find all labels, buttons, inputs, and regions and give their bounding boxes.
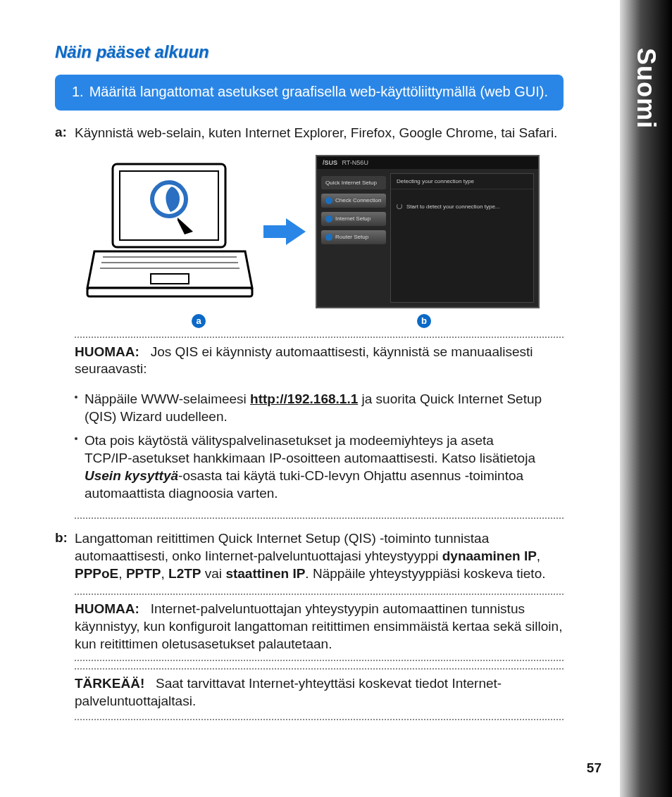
- badge-b: b: [417, 314, 431, 328]
- step-number: 1.: [72, 83, 84, 101]
- router-main-panel: Detecting your connection type Start to …: [390, 173, 534, 303]
- router-model: RT-N56U: [342, 159, 368, 166]
- router-side-qis: Quick Internet Setup: [321, 176, 386, 189]
- router-brand: /SUS: [323, 159, 337, 166]
- bullet-1: Näppäile WWW-selaimeesi http://192.168.1…: [75, 391, 564, 425]
- router-sidebar: Quick Internet Setup Check Connection In…: [321, 176, 386, 244]
- router-main-header: Detecting your connection type: [391, 174, 533, 189]
- router-side-router: Router Setup: [321, 230, 386, 244]
- page-content: Näin pääset alkuun 1. Määritä langattoma…: [0, 0, 620, 748]
- router-brand-bar: /SUS RT-N56U: [317, 156, 538, 169]
- language-label: Suomi: [631, 48, 661, 129]
- svg-rect-3: [87, 288, 252, 296]
- router-side-check: Check Connection: [321, 194, 386, 208]
- bullet-2: Ota pois käytöstä välityspalvelinasetuks…: [75, 432, 564, 502]
- bullet-2-faq: Usein kysyttyä: [85, 468, 178, 483]
- router-side-internet: Internet Setup: [321, 212, 386, 226]
- router-admin-screenshot: /SUS RT-N56U Quick Internet Setup Check …: [316, 155, 540, 308]
- bullet-1-pre: Näppäile WWW-selaimeesi: [85, 391, 250, 406]
- note-2-label: HUOMAA:: [75, 601, 139, 616]
- language-side-tab: Suomi: [620, 0, 672, 797]
- bullet-2-line2a: TCP/IP-asetukset hankkimaan IP-osoitteen…: [85, 451, 535, 465]
- note-2-text: Internet-palveluntuottajan yhteystyypin …: [75, 601, 562, 651]
- spinner-icon: [397, 203, 402, 209]
- note-1: HUOMAA: Jos QIS ei käynnisty automaattis…: [75, 338, 564, 385]
- bullet-2-line1: Ota pois käytöstä välityspalvelinasetuks…: [85, 433, 494, 448]
- bullet-1-url: http://192.168.1.1: [250, 391, 358, 406]
- laptop-illustration: [86, 161, 254, 302]
- illustration-row: /SUS RT-N56U Quick Internet Setup Check …: [86, 155, 564, 308]
- substep-a: a: Käynnistä web-selain, kuten Internet …: [55, 125, 564, 142]
- router-main-body: Start to detect your connection type...: [391, 189, 533, 224]
- substep-a-text: Käynnistä web-selain, kuten Internet Exp…: [75, 125, 557, 142]
- bullet-dot-icon: [75, 437, 77, 440]
- substep-b-text: Langattoman reitittimen Quick Internet S…: [75, 530, 564, 582]
- svg-rect-4: [151, 274, 189, 284]
- divider: [75, 517, 564, 519]
- substep-a-label: a:: [55, 125, 75, 142]
- note-2: HUOMAA: Internet-palveluntuottajan yhtey…: [75, 595, 564, 660]
- substep-b: b: Langattoman reitittimen Quick Interne…: [55, 530, 564, 582]
- page-number: 57: [587, 760, 602, 776]
- badge-a: a: [192, 314, 206, 328]
- substep-b-label: b:: [55, 530, 75, 582]
- arrow-right-icon: [262, 217, 307, 246]
- note-1-text: Jos QIS ei käynnisty automaattisesti, kä…: [75, 344, 533, 377]
- bullet-list: Näppäile WWW-selaimeesi http://192.168.1…: [75, 385, 564, 517]
- note-1-label: HUOMAA:: [75, 344, 139, 359]
- router-main-status: Start to detect your connection type...: [406, 203, 500, 210]
- divider: [75, 719, 564, 720]
- step-callout: 1. Määritä langattomat asetukset graafis…: [55, 75, 564, 111]
- bullet-dot-icon: [75, 396, 77, 398]
- important-note: TÄRKEÄÄ! Saat tarvittavat Internet-yhtey…: [75, 670, 564, 718]
- illustration-labels: a b: [86, 314, 537, 328]
- important-label: TÄRKEÄÄ!: [75, 676, 144, 691]
- section-heading: Näin pääset alkuun: [55, 42, 564, 62]
- step-text: Määritä langattomat asetukset graafisell…: [89, 83, 548, 101]
